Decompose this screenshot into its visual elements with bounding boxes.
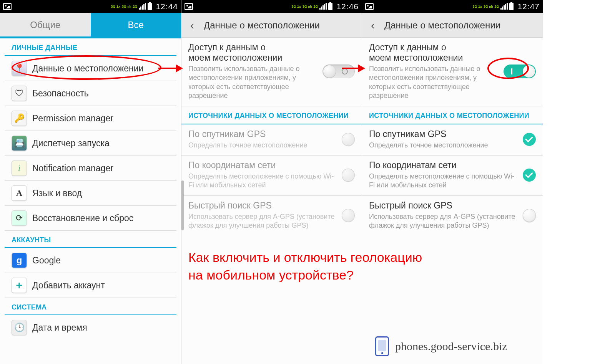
battery-icon — [148, 3, 152, 10]
item-dispatcher[interactable]: 📇 Диспетчер запуска — [5, 131, 176, 156]
filler — [543, 0, 615, 364]
gallery-icon — [3, 3, 12, 10]
tab-all[interactable]: Все — [91, 13, 181, 38]
status-clock: 12:46 — [336, 2, 359, 11]
network-2-icon: 3G ıılı — [303, 5, 312, 8]
section-personal: ЛИЧНЫЕ ДАННЫЕ — [5, 40, 176, 56]
item-label: Notification manager — [32, 163, 113, 174]
checkbox-checked-icon[interactable] — [523, 169, 536, 182]
item-location[interactable]: 📍 Данные о местоположении — [5, 56, 176, 81]
setting-location-access[interactable]: Доступ к данным омоем местоположении Поз… — [362, 38, 543, 106]
checkbox-disabled-icon — [342, 133, 355, 146]
item-google[interactable]: g Google — [5, 248, 176, 273]
setting-title: Доступ к данным омоем местоположении — [188, 42, 319, 63]
back-chevron-icon[interactable]: ‹ — [184, 17, 201, 34]
location-settings-off-screen: 3G 1x 3G ıılı 2G 12:46 ‹ Данные о местоп… — [181, 0, 362, 364]
item-add-account[interactable]: + Добавить аккаунт — [5, 273, 176, 298]
section-system: СИСТЕМА — [5, 299, 176, 315]
key-icon: 🔑 — [12, 111, 27, 126]
setting-subtitle: Позволить использовать данные о местопол… — [369, 65, 500, 101]
setting-network-coords[interactable]: По координатам сети Определять местополо… — [362, 156, 543, 196]
annotation-site: phones.good-service.biz — [375, 336, 507, 356]
signal-icon — [139, 3, 146, 10]
item-language[interactable]: A Язык и ввод — [5, 181, 176, 206]
site-label: phones.good-service.biz — [395, 340, 507, 353]
plus-icon: + — [12, 278, 27, 293]
language-icon: A — [12, 185, 27, 201]
setting-subtitle: Определять местоположение с помощью Wi-F… — [369, 172, 519, 190]
status-bar: 3G 1x 3G ıılı 2G 12:47 — [362, 0, 543, 13]
checkbox-disabled-icon — [342, 169, 355, 182]
setting-gps-satellites[interactable]: По спутникам GPS Определять точное место… — [362, 124, 543, 156]
toggle-knob — [323, 65, 336, 78]
item-notification-manager[interactable]: i Notification manager — [5, 156, 176, 181]
scroll-indicator — [181, 180, 184, 230]
setting-agps[interactable]: Быстрый поиск GPS Использовать сервер дл… — [362, 196, 543, 236]
phone-icon — [375, 336, 389, 356]
checkbox-disabled-icon — [342, 209, 355, 222]
item-reset[interactable]: ⟳ Восстановление и сброс — [5, 206, 176, 231]
item-label: Данные о местоположении — [32, 63, 143, 74]
signal-icon — [319, 3, 327, 10]
back-chevron-icon[interactable]: ‹ — [364, 17, 381, 34]
setting-subtitle: Использовать сервер для A-GPS (установит… — [188, 212, 338, 230]
checkbox-checked-icon[interactable] — [523, 133, 536, 146]
status-clock: 12:44 — [156, 2, 178, 11]
network-2-icon: 3G ıılı — [484, 5, 493, 8]
location-access-toggle[interactable] — [504, 65, 536, 78]
setting-subtitle: Позволить использовать данные о местопол… — [188, 65, 319, 101]
header-title: Данные о местоположении — [204, 20, 320, 31]
gallery-icon — [365, 3, 374, 10]
setting-network-coords: По координатам сети Определять местополо… — [181, 156, 362, 196]
item-label: Восстановление и сброс — [32, 213, 133, 223]
section-accounts: АККАУНТЫ — [5, 232, 176, 248]
network-3-icon: 2G — [494, 5, 499, 8]
location-icon: 📍 — [12, 61, 27, 76]
header-title: Данные о местоположении — [384, 20, 500, 31]
shield-icon: 🛡 — [12, 86, 27, 101]
network-1-icon: 3G 1x — [111, 5, 120, 8]
tab-general[interactable]: Общие — [0, 13, 91, 38]
setting-title: Быстрый поиск GPS — [188, 200, 338, 211]
item-permission-manager[interactable]: 🔑 Permission manager — [5, 106, 176, 131]
network-1-icon: 3G 1x — [472, 5, 482, 8]
detail-header: ‹ Данные о местоположении — [181, 13, 362, 38]
dispatcher-icon: 📇 — [12, 136, 27, 151]
section-location-sources: ИСТОЧНИКИ ДАННЫХ О МЕСТОПОЛОЖЕНИИ — [181, 106, 362, 124]
clock-icon: 🕓 — [12, 320, 27, 335]
section-location-sources: ИСТОЧНИКИ ДАННЫХ О МЕСТОПОЛОЖЕНИИ — [362, 106, 543, 124]
status-bar: 3G 1x 3G ıılı 2G 12:44 — [0, 0, 181, 13]
setting-title: По координатам сети — [369, 160, 519, 170]
network-3-icon: 2G — [133, 5, 137, 8]
network-3-icon: 2G — [313, 5, 318, 8]
item-label: Дата и время — [32, 323, 87, 333]
settings-list-screen: 3G 1x 3G ıılı 2G 12:44 Общие Все ЛИЧНЫЕ … — [0, 0, 181, 364]
setting-title: По координатам сети — [188, 160, 338, 170]
setting-title: Быстрый поиск GPS — [369, 200, 519, 211]
item-label: Google — [32, 255, 61, 266]
detail-header: ‹ Данные о местоположении — [362, 13, 543, 38]
toggle-knob — [523, 65, 535, 78]
setting-subtitle: Определять точное местоположение — [188, 141, 338, 150]
battery-icon — [328, 3, 332, 10]
checkbox-unchecked-icon[interactable] — [523, 209, 536, 222]
battery-icon — [509, 3, 514, 10]
location-settings-on-screen: 3G 1x 3G ıılı 2G 12:47 ‹ Данные о местоп… — [362, 0, 543, 364]
toggle-on-mark-icon — [511, 68, 512, 74]
setting-location-access[interactable]: Доступ к данным омоем местоположении Поз… — [181, 38, 362, 106]
location-access-toggle[interactable] — [322, 65, 355, 78]
signal-icon — [500, 3, 508, 10]
item-security[interactable]: 🛡 Безопасность — [5, 81, 176, 106]
item-label: Добавить аккаунт — [32, 280, 105, 291]
setting-gps-satellites: По спутникам GPS Определять точное место… — [181, 124, 362, 156]
reset-icon: ⟳ — [12, 210, 27, 226]
item-label: Безопасность — [32, 88, 89, 99]
status-bar: 3G 1x 3G ıılı 2G 12:46 — [181, 0, 362, 13]
setting-title: По спутникам GPS — [188, 129, 338, 139]
setting-subtitle: Определять местоположение с помощью Wi-F… — [188, 172, 338, 190]
network-1-icon: 3G 1x — [291, 5, 301, 8]
item-datetime[interactable]: 🕓 Дата и время — [5, 315, 176, 340]
google-icon: g — [12, 253, 27, 268]
gallery-icon — [184, 3, 193, 10]
toggle-off-mark-icon — [342, 68, 348, 74]
